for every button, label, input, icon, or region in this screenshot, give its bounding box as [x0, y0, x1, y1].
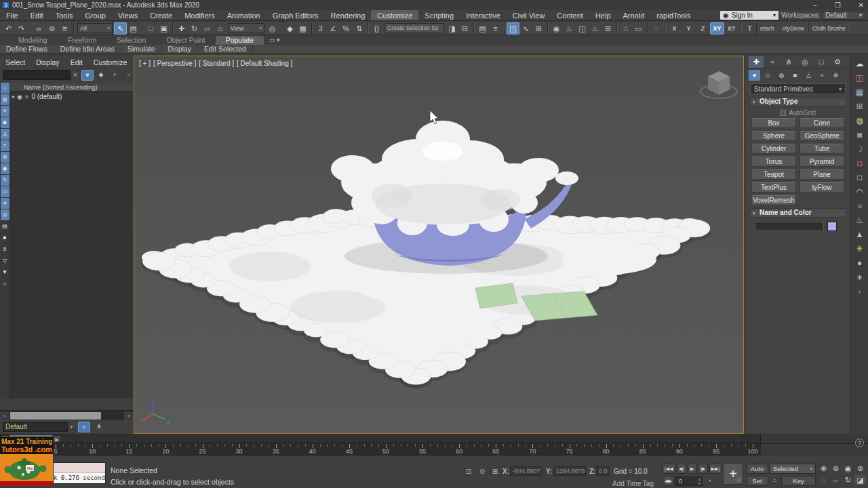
menu-animation[interactable]: Animation [221, 10, 267, 20]
sphere2-icon[interactable]: ● [852, 256, 867, 270]
next-frame-button[interactable]: |▶ [698, 464, 708, 474]
menu-help[interactable]: Help [589, 10, 617, 20]
track-bar-ruler[interactable]: 0510152025303540455055606570758085909510… [0, 444, 761, 455]
cone-primitive-icon[interactable]: ▲ [852, 228, 867, 241]
video-camera-icon[interactable]: ◘ [852, 157, 867, 170]
selection-set-input[interactable]: Create Selection Se [384, 23, 444, 33]
camcorder-icon[interactable]: ◙ [852, 128, 867, 142]
create-pyramid-button[interactable]: Pyramid [800, 157, 844, 167]
gizmo-toggle-button[interactable]: X? [724, 22, 738, 35]
layer-explorer-button[interactable]: ≡ [489, 22, 502, 35]
pencil-icon[interactable]: ✎ [1, 175, 9, 186]
use-pivot-center-button[interactable]: ◎ [266, 22, 279, 35]
name-color-rollout-header[interactable]: ▾ Name and Color ▫ [749, 208, 846, 218]
rendered-frame-button[interactable]: ◫ [576, 22, 589, 35]
xy-constraint-button[interactable]: XY [710, 22, 724, 35]
autogrid-checkbox[interactable] [780, 110, 786, 116]
cloud-icon[interactable]: ☁ [852, 57, 867, 70]
category-systems-button[interactable]: ⊛ [830, 70, 842, 81]
ribbon-tab-freeform[interactable]: Freeform [58, 36, 107, 45]
clear-search-icon[interactable]: ✕ [71, 71, 80, 79]
measure-ruler-button[interactable]: ▭ [632, 22, 645, 35]
ribbon-toggle-button[interactable]: ◫ [507, 22, 519, 35]
moon-icon[interactable]: ☽ [852, 142, 867, 156]
primitive-category-dropdown[interactable]: Standard Primitives ▾ [750, 83, 846, 94]
add-selection-icon[interactable]: + [108, 70, 121, 81]
teapot-primitive-icon[interactable]: ♨ [852, 214, 867, 227]
pan-button[interactable]: ⇔ [830, 474, 842, 485]
create-sphere-button[interactable]: Sphere [751, 131, 796, 141]
lock-icon[interactable]: ◈ [95, 70, 107, 81]
texttools-button[interactable]: T [743, 22, 756, 35]
redo-button[interactable]: ↷ [15, 22, 28, 35]
time-configuration-button[interactable]: ◔ [704, 476, 715, 486]
reference-coordinate-dropdown[interactable]: View▾ [228, 23, 264, 33]
menu-edit[interactable]: Edit [24, 10, 50, 20]
spinner-snap-button[interactable]: ⇅ [353, 22, 366, 35]
create-geosphere-button[interactable]: GeoSphere [800, 131, 844, 141]
maximize-viewport-button[interactable]: ◪ [854, 474, 866, 485]
group-view-icon[interactable]: 5 [1, 244, 9, 255]
key-filters-button[interactable]: Key Filters... [781, 476, 816, 486]
percent-snap-button[interactable]: % [340, 22, 353, 35]
menu-modifiers[interactable]: Modifiers [178, 10, 221, 20]
tab-utilities[interactable]: ⚙ [830, 56, 845, 68]
play-button[interactable]: ▶ [688, 464, 697, 474]
list-view-icon[interactable]: ▤ [1, 221, 9, 232]
particles-filter-icon[interactable]: ⊛ [1, 152, 9, 163]
undo-button[interactable]: ↶ [2, 22, 15, 35]
selection-filter-dropdown[interactable]: All▾ [77, 23, 113, 33]
render-setup-button[interactable]: ♨ [563, 22, 576, 35]
object-type-rollout-header[interactable]: ▾ Object Type ▫ [749, 97, 846, 106]
detach-button[interactable]: etach [756, 23, 778, 34]
tab-create[interactable]: ✚ [749, 56, 764, 68]
selection-lock-icon[interactable]: ⊙ [477, 466, 488, 476]
tab-display[interactable]: □ [814, 56, 829, 68]
spinner-arrows-icon[interactable]: ▲▼ [698, 477, 701, 485]
menu-arnold[interactable]: Arnold [617, 10, 651, 20]
viewport-menu-general[interactable]: [ + ] [139, 60, 151, 67]
frozen-filter-icon[interactable]: ▭ [1, 186, 9, 197]
time-slider-track[interactable]: ◀ 0 / 100 ▶ [0, 434, 761, 443]
lightbulb-icon[interactable]: ◍ [852, 114, 867, 127]
ribbon-tab-object-paint[interactable]: Object Paint [156, 36, 215, 45]
calculator-icon[interactable]: ▦ [852, 85, 867, 99]
selection-set-dropdown[interactable]: Selected ▾ [770, 464, 816, 474]
menu-interactive[interactable]: Interactive [460, 10, 507, 20]
render-grid-button[interactable]: ⊞ [601, 22, 614, 35]
coord-x-field[interactable]: -844.8907 [510, 466, 542, 476]
clothbrush-button[interactable]: Cloth Brushe [808, 23, 850, 34]
key-filters-icon[interactable]: ∴ [770, 476, 780, 486]
red-object-icon[interactable]: ◗ [852, 285, 867, 298]
object-color-swatch[interactable] [827, 222, 837, 231]
workspace-dropdown[interactable]: Default ▾ [822, 11, 865, 20]
zoom-extents-button[interactable]: ◉ [842, 463, 854, 474]
angle-snap-button[interactable]: ∠ [327, 22, 340, 35]
keyboard-override-button[interactable]: ▦ [296, 22, 309, 35]
add-time-tag-button[interactable]: Add Time Tag [612, 480, 654, 487]
menu-customize[interactable]: Customize [371, 10, 418, 20]
category-helpers-button[interactable]: △ [803, 70, 814, 81]
bind-to-spacewarp-button[interactable]: ≋ [58, 22, 71, 35]
isolate-selection-icon[interactable]: ⊡ [463, 466, 474, 476]
expand-caret-icon[interactable]: ▸ [12, 94, 15, 100]
absolute-mode-icon[interactable]: ⊞ [490, 466, 500, 476]
overflow-chevron-icon[interactable]: » [127, 72, 132, 78]
zoom-all-button[interactable]: ⊚ [830, 463, 842, 474]
create-tube-button[interactable]: Tube [800, 144, 844, 154]
scrollbar-thumb[interactable] [10, 412, 101, 420]
orbit-button[interactable]: ↻ [842, 474, 854, 485]
ribbon-tab-selection[interactable]: Selection [106, 36, 156, 45]
menu-rapidtools[interactable]: rapidTools [650, 10, 696, 20]
restore-button[interactable]: ❐ [835, 1, 841, 9]
material-editor-button[interactable]: ◉ [550, 22, 563, 35]
cameras-filter-icon[interactable]: ◙ [1, 117, 9, 128]
flat-list-icon[interactable]: ■ [1, 232, 9, 243]
explorer-menu-customize[interactable]: Customize [94, 58, 127, 66]
scroll-right-icon[interactable]: › [124, 411, 133, 420]
ribbon-tab-modeling[interactable]: Modeling [8, 36, 58, 45]
select-and-manipulate-button[interactable]: ◆ [283, 22, 296, 35]
sphere-primitive-icon[interactable]: ○ [852, 199, 867, 213]
menu-tools[interactable]: Tools [50, 10, 79, 20]
maxscript-mini-listener[interactable]: k 0.276 seconds [53, 462, 106, 484]
